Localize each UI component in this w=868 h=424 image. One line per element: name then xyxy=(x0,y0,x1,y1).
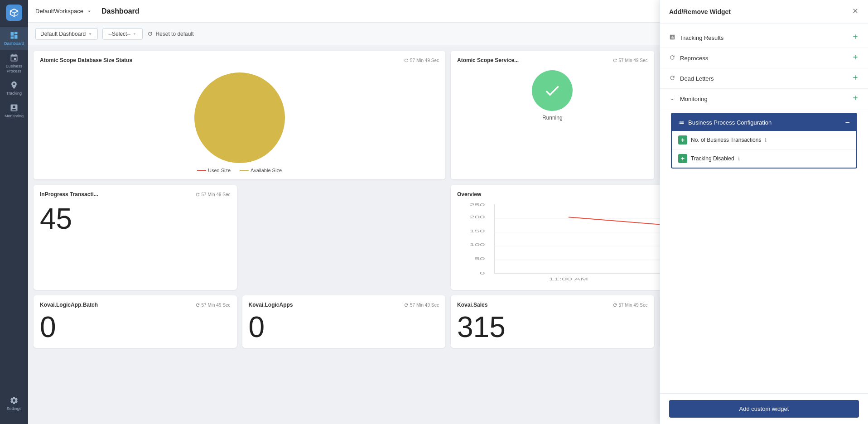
add-remove-panel: Add/Remove Widget Tracking Results xyxy=(660,0,868,424)
panel-list: Tracking Results Reprocess xyxy=(660,24,868,393)
sidebar-item-tracking[interactable]: Tracking xyxy=(0,77,28,100)
info-icon-biz-transactions: ℹ xyxy=(765,137,767,143)
svg-text:50: 50 xyxy=(475,256,485,261)
add-tracking-results-button[interactable] xyxy=(852,33,859,42)
panel-item-tracking-results-label: Tracking Results xyxy=(680,34,723,41)
dashboard-select-label: Default Dashboard xyxy=(40,31,86,37)
widget-bottom-3: Kovai.Sales 57 Min 49 Sec 315 xyxy=(451,295,654,348)
service-status-label: Running xyxy=(457,115,648,121)
select-dropdown[interactable]: --Select-- xyxy=(102,28,143,40)
widget-overview-title: Overview xyxy=(457,191,481,198)
add-reprocess-button[interactable] xyxy=(852,53,859,63)
panel-header: Add/Remove Widget xyxy=(660,0,868,24)
sidebar-item-settings-label: Settings xyxy=(7,406,22,411)
sidebar-item-tracking-label: Tracking xyxy=(6,91,22,96)
sidebar-item-dashboard-label: Dashboard xyxy=(4,41,24,46)
svg-text:11:00 AM: 11:00 AM xyxy=(549,277,588,281)
reset-label: Reset to default xyxy=(155,31,193,37)
widget-inprogress: InProgress Transacti... 57 Min 49 Sec 45 xyxy=(34,185,237,290)
sidebar-item-business-process[interactable]: Business Process xyxy=(0,50,28,77)
panel-item-reprocess-label: Reprocess xyxy=(680,55,708,62)
db-size-legend: Used Size Available Size xyxy=(40,168,439,173)
widget-db-refresh: 57 Min 49 Sec xyxy=(404,58,439,63)
monitor-icon xyxy=(669,95,675,103)
panel-section-collapse-button[interactable]: − xyxy=(845,118,850,126)
sidebar: Dashboard Business Process Tracking Moni… xyxy=(0,0,28,424)
chart-icon xyxy=(669,34,675,42)
add-biz-transactions-button[interactable]: + xyxy=(678,135,687,145)
add-dead-letters-button[interactable] xyxy=(852,74,859,83)
widget-bottom2-refresh: 57 Min 49 Sec xyxy=(404,303,439,308)
add-monitoring-button[interactable] xyxy=(852,94,859,103)
refresh-icon-reprocess xyxy=(669,54,675,62)
panel-item-dead-letters[interactable]: Dead Letters xyxy=(660,68,868,89)
widget-inprogress-refresh: 57 Min 49 Sec xyxy=(195,192,231,197)
dashboard-select[interactable]: Default Dashboard xyxy=(35,28,98,40)
panel-section-bp-config-header[interactable]: Business Process Configuration − xyxy=(672,114,856,131)
widget-bottom-2: Kovai.LogicApps 57 Min 49 Sec 0 xyxy=(242,295,446,348)
info-icon-tracking-disabled: ℹ xyxy=(738,156,740,162)
panel-section-bp-config: Business Process Configuration − + No. o… xyxy=(671,113,857,169)
sidebar-item-dashboard[interactable]: Dashboard xyxy=(0,27,28,50)
svg-text:0: 0 xyxy=(480,271,485,275)
panel-item-tracking-results[interactable]: Tracking Results xyxy=(660,28,868,48)
select-placeholder: --Select-- xyxy=(108,31,130,37)
panel-item-monitoring[interactable]: Monitoring xyxy=(660,89,868,109)
panel-sub-item-biz-transactions: + No. of Business Transactions ℹ xyxy=(672,131,856,149)
widget-bottom1-title: Kovai.LogicApp.Batch xyxy=(40,302,98,308)
svg-text:150: 150 xyxy=(469,229,485,233)
panel-sub-item-tracking-label: Tracking Disabled xyxy=(691,155,734,162)
widget-bottom1-refresh: 57 Min 49 Sec xyxy=(195,303,231,308)
widget-bottom-1: Kovai.LogicApp.Batch 57 Min 49 Sec 0 xyxy=(34,295,237,348)
widget-db-size: Atomic Scope Database Size Status 57 Min… xyxy=(34,51,445,179)
page-title: Dashboard xyxy=(101,7,140,15)
widget-db-title: Atomic Scope Database Size Status xyxy=(40,57,132,63)
widget-service: Atomic Scope Service... 57 Min 49 Sec Ru… xyxy=(451,51,654,179)
sidebar-item-monitoring[interactable]: Monitoring xyxy=(0,100,28,122)
widget-inprogress-title: InProgress Transacti... xyxy=(40,191,98,198)
widget-service-title: Atomic Scope Service... xyxy=(457,57,519,63)
widget-bottom1-value: 0 xyxy=(40,313,231,342)
workspace-label: DefaultWorkspace xyxy=(35,8,83,14)
panel-title: Add/Remove Widget xyxy=(669,8,731,15)
sidebar-item-settings[interactable]: Settings xyxy=(5,392,24,415)
panel-item-reprocess[interactable]: Reprocess xyxy=(660,48,868,68)
refresh-icon-dead-letters xyxy=(669,75,675,82)
add-tracking-disabled-button[interactable]: + xyxy=(678,154,687,163)
sidebar-item-monitoring-label: Monitoring xyxy=(5,114,24,119)
workspace-selector[interactable]: DefaultWorkspace xyxy=(35,8,92,14)
db-size-chart xyxy=(194,72,285,163)
panel-item-dead-letters-label: Dead Letters xyxy=(680,75,714,82)
reset-button[interactable]: Reset to default xyxy=(147,31,193,37)
inprogress-value: 45 xyxy=(40,202,231,236)
widget-bottom2-value: 0 xyxy=(249,313,439,342)
widget-service-refresh: 57 Min 49 Sec xyxy=(612,58,648,63)
sidebar-item-bp-label: Business Process xyxy=(2,64,26,74)
widget-bottom3-refresh: 57 Min 49 Sec xyxy=(612,303,648,308)
panel-section-title-label: Business Process Configuration xyxy=(688,119,772,126)
panel-close-button[interactable] xyxy=(852,7,859,16)
widget-bottom2-title: Kovai.LogicApps xyxy=(249,302,293,308)
panel-section-wrapper: Business Process Configuration − + No. o… xyxy=(665,113,863,169)
svg-text:200: 200 xyxy=(469,215,485,219)
panel-sub-item-biz-label: No. of Business Transactions xyxy=(691,137,761,143)
widget-bottom3-value: 315 xyxy=(457,313,648,342)
widget-bottom3-title: Kovai.Sales xyxy=(457,302,487,308)
panel-footer: Add custom widget xyxy=(660,393,868,424)
service-status-circle xyxy=(532,70,573,111)
svg-text:250: 250 xyxy=(469,202,485,207)
app-logo xyxy=(6,5,22,21)
panel-sub-item-tracking-disabled: + Tracking Disabled ℹ xyxy=(672,149,856,168)
panel-item-monitoring-label: Monitoring xyxy=(680,96,708,102)
add-custom-widget-button[interactable]: Add custom widget xyxy=(669,400,859,418)
svg-text:100: 100 xyxy=(469,242,485,247)
